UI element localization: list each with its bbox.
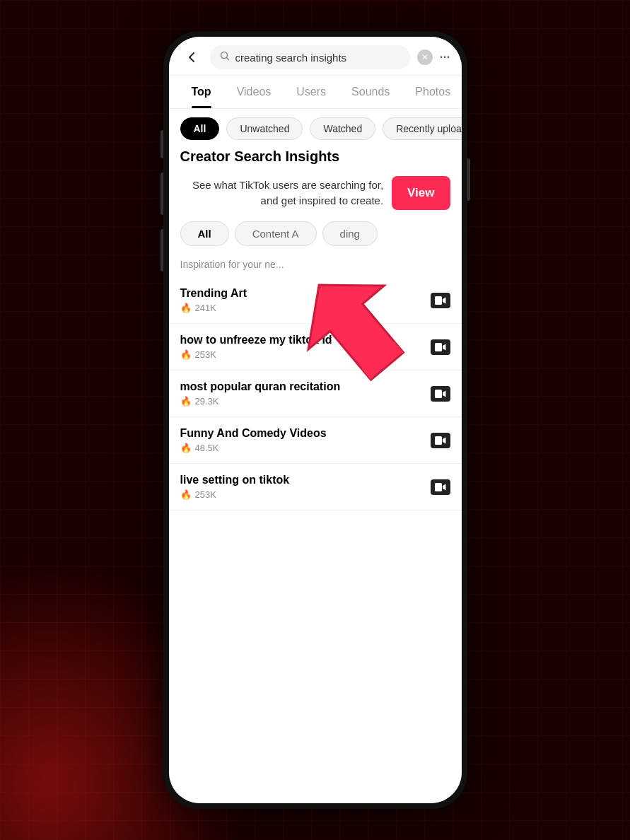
more-options-button[interactable]: ··· <box>440 49 450 66</box>
fire-icon: 🔥 <box>180 349 192 360</box>
trend-count: 48.5K <box>195 443 219 453</box>
trend-meta: 🔥 29.3K <box>180 396 431 407</box>
trend-item[interactable]: how to unfreeze my tiktok id 🔥 253K <box>169 324 462 371</box>
video-camera-icon <box>431 293 450 308</box>
fire-icon: 🔥 <box>180 396 192 407</box>
sub-filter-trending[interactable]: ding <box>322 221 378 246</box>
tab-sounds[interactable]: Sounds <box>340 76 401 108</box>
trend-info: how to unfreeze my tiktok id 🔥 253K <box>180 334 431 360</box>
trend-meta: 🔥 241K <box>180 303 431 313</box>
trend-info: live setting on tiktok 🔥 253K <box>180 474 431 500</box>
content-area: Creator Search Insights See what TikTok … <box>169 148 462 803</box>
inspiration-text: Inspiration for your ne... <box>169 255 462 277</box>
insights-card: See what TikTok users are searching for,… <box>180 176 450 210</box>
trend-item[interactable]: live setting on tiktok 🔥 253K <box>169 464 462 511</box>
search-input-wrapper[interactable]: creating search insights <box>210 45 410 69</box>
volume-down-button <box>161 229 163 272</box>
trend-item[interactable]: Trending Art 🔥 241K <box>169 277 462 324</box>
trend-meta: 🔥 253K <box>180 349 431 360</box>
trend-count: 253K <box>195 489 216 500</box>
back-button[interactable] <box>180 46 203 69</box>
silent-button <box>161 130 163 158</box>
sub-filter-content[interactable]: Content A <box>235 221 317 246</box>
trend-item[interactable]: Funny And Comedy Videos 🔥 48.5K <box>169 417 462 464</box>
trend-info: Trending Art 🔥 241K <box>180 287 431 313</box>
tab-top[interactable]: Top <box>180 76 223 108</box>
trend-title: Trending Art <box>180 287 431 300</box>
trend-title: most popular quran recitation <box>180 380 431 393</box>
trend-info: most popular quran recitation 🔥 29.3K <box>180 380 431 407</box>
fire-icon: 🔥 <box>180 489 192 500</box>
insights-title: Creator Search Insights <box>180 148 450 165</box>
video-camera-icon <box>431 433 450 448</box>
trend-title: Funny And Comedy Videos <box>180 427 431 440</box>
filter-row: All Unwatched Watched Recently uploaded <box>169 109 462 148</box>
tabs-row: Top Videos Users Sounds Photos <box>169 76 462 109</box>
sub-filter-all[interactable]: All <box>180 221 229 246</box>
trend-meta: 🔥 48.5K <box>180 443 431 453</box>
volume-up-button <box>161 173 163 215</box>
filter-watched[interactable]: Watched <box>310 117 375 140</box>
tab-videos[interactable]: Videos <box>226 76 283 108</box>
trend-item[interactable]: most popular quran recitation 🔥 29.3K <box>169 371 462 417</box>
trend-title: live setting on tiktok <box>180 474 431 486</box>
trend-count: 241K <box>195 303 216 313</box>
filter-all[interactable]: All <box>180 117 220 140</box>
trend-meta: 🔥 253K <box>180 489 431 500</box>
sub-filter-row: All Content A ding <box>169 216 462 252</box>
svg-rect-3 <box>435 390 442 398</box>
trend-count: 29.3K <box>195 396 219 407</box>
view-button[interactable]: View <box>392 176 450 210</box>
trend-info: Funny And Comedy Videos 🔥 48.5K <box>180 427 431 453</box>
video-camera-icon <box>431 479 450 495</box>
svg-rect-5 <box>435 483 442 491</box>
trend-title: how to unfreeze my tiktok id <box>180 334 431 346</box>
fire-icon: 🔥 <box>180 303 192 313</box>
fire-icon: 🔥 <box>180 443 192 453</box>
search-icon <box>220 51 230 64</box>
video-camera-icon <box>431 339 450 355</box>
tab-users[interactable]: Users <box>285 76 337 108</box>
trend-count: 253K <box>195 349 216 360</box>
insights-description: See what TikTok users are searching for,… <box>180 177 384 209</box>
svg-rect-1 <box>435 296 442 305</box>
svg-rect-2 <box>435 343 442 351</box>
phone-frame: creating search insights ✕ ··· Top Video… <box>163 31 467 809</box>
filter-recently-uploaded[interactable]: Recently uploaded <box>383 117 461 140</box>
search-bar: creating search insights ✕ ··· <box>169 37 462 76</box>
clear-search-button[interactable]: ✕ <box>417 49 433 65</box>
tab-photos[interactable]: Photos <box>404 76 461 108</box>
video-camera-icon <box>431 386 450 402</box>
filter-unwatched[interactable]: Unwatched <box>226 117 303 140</box>
svg-rect-4 <box>435 436 442 445</box>
search-query-text: creating search insights <box>235 52 347 64</box>
phone-screen: creating search insights ✕ ··· Top Video… <box>169 37 462 803</box>
power-button <box>467 158 470 201</box>
